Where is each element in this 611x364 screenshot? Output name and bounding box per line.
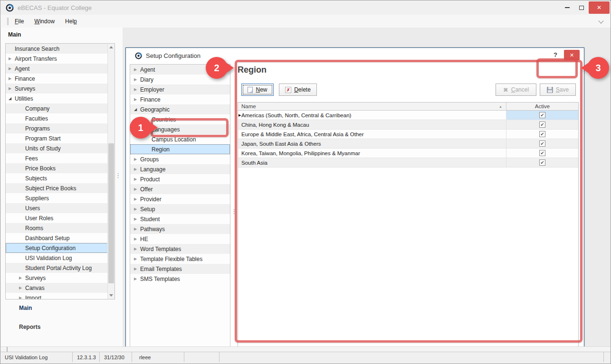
table-row[interactable]: Japan, South East Asia & Others✔ (238, 139, 578, 149)
scroll-up-icon[interactable] (109, 46, 113, 48)
tree-item-setup-configuration[interactable]: Setup Configuration (6, 243, 115, 253)
menu-help[interactable]: Help (61, 16, 81, 27)
active-checkbox[interactable]: ✔ (539, 159, 545, 166)
tree-expand-icon[interactable]: ▶ (134, 187, 140, 191)
cell-name[interactable]: China, Hong Kong & Macau (238, 120, 506, 129)
tree-item-programs[interactable]: Programs (6, 123, 115, 133)
cell-name[interactable]: South Asia (238, 158, 506, 167)
cell-active[interactable]: ✔ (506, 130, 578, 139)
cell-active[interactable]: ✔ (506, 158, 578, 167)
tree-item-pathways[interactable]: ▶Pathways (130, 224, 230, 234)
tree-item-price-books[interactable]: Price Books (6, 163, 115, 173)
tree-item-sms-templates[interactable]: ▶SMS Templates (130, 274, 230, 284)
tree-item-provider[interactable]: ▶Provider (130, 194, 230, 204)
sort-ascending-icon[interactable]: ▲ (499, 105, 502, 108)
tree-expand-icon[interactable]: ▶ (19, 276, 25, 280)
tree-expand-icon[interactable]: ▶ (9, 76, 15, 81)
tree-item-setup[interactable]: ▶Setup (130, 204, 230, 214)
tree-expand-icon[interactable]: ▶ (9, 86, 15, 91)
scrollbar-thumb[interactable] (108, 143, 114, 283)
tree-item-surveys[interactable]: ▶Surveys (6, 273, 115, 283)
sidebar-scrollbar[interactable] (107, 44, 115, 299)
column-header-name[interactable]: Name ▲ (238, 103, 506, 110)
dialog-close-button[interactable]: ✕ (564, 50, 580, 60)
dialog-help-button[interactable]: ? (552, 51, 559, 58)
tree-expand-icon[interactable]: ▶ (9, 66, 15, 71)
tree-expand-icon[interactable]: ◢ (134, 107, 140, 112)
tree-expand-icon[interactable]: ▶ (134, 237, 140, 241)
cell-name[interactable]: ▶Americas (South, North, Central & Carri… (238, 111, 506, 120)
table-row[interactable]: China, Hong Kong & Macau✔ (238, 120, 578, 130)
tree-item-template-flexible-tables[interactable]: ▶Template Flexible Tables (130, 254, 230, 264)
tree-expand-icon[interactable]: ▶ (134, 227, 140, 231)
tree-item-word-templates[interactable]: ▶Word Templates (130, 244, 230, 254)
tree-item-campus-location[interactable]: Campus Location (130, 134, 230, 144)
tree-item-languages[interactable]: Languages (130, 124, 230, 134)
tree-item-language[interactable]: ▶Language (130, 164, 230, 174)
tree-expand-icon[interactable]: ▶ (134, 257, 140, 261)
tree-expand-icon[interactable]: ▶ (134, 217, 140, 221)
tree-expand-icon[interactable]: ▶ (134, 87, 140, 92)
active-checkbox[interactable]: ✔ (539, 131, 545, 137)
tree-expand-icon[interactable]: ▶ (19, 286, 25, 290)
table-row[interactable]: Europe & Middle East, Africa, Central As… (238, 130, 578, 139)
tree-expand-icon[interactable]: ▶ (134, 247, 140, 251)
tree-item-diary[interactable]: ▶Diary (130, 75, 230, 84)
tree-item-insurance-search[interactable]: Insurance Search (6, 44, 115, 54)
tree-expand-icon[interactable]: ▶ (134, 197, 140, 201)
tree-item-usi-validation-log[interactable]: USI Validation Log (6, 253, 115, 263)
tree-item-airport-transfers[interactable]: ▶Airport Transfers (6, 54, 115, 64)
tree-item-faculties[interactable]: Faculties (6, 113, 115, 123)
tree-item-units-of-study[interactable]: Units of Study (6, 143, 115, 153)
tree-item-countries[interactable]: Countries (130, 114, 230, 124)
splitter-handle[interactable]: ⋮ (115, 175, 121, 177)
active-checkbox[interactable]: ✔ (539, 150, 545, 156)
close-button[interactable]: ✕ (589, 1, 610, 14)
sidebar-footer-main[interactable]: Main (19, 305, 32, 311)
tree-item-canvas[interactable]: ▶Canvas (6, 283, 115, 293)
tree-expand-icon[interactable]: ▶ (134, 207, 140, 211)
new-button[interactable]: New (241, 84, 274, 96)
scroll-down-icon[interactable] (109, 294, 113, 297)
column-header-active[interactable]: Active (506, 103, 578, 110)
tree-item-geographic[interactable]: ◢Geographic (130, 104, 230, 114)
tree-expand-icon[interactable]: ▶ (19, 296, 25, 299)
tree-expand-icon[interactable]: ◢ (9, 96, 15, 101)
tree-expand-icon[interactable]: ▶ (134, 167, 140, 171)
tree-item-fees[interactable]: Fees (6, 153, 115, 163)
cell-active[interactable]: ✔ (506, 120, 578, 129)
active-checkbox[interactable]: ✔ (539, 140, 545, 147)
tree-item-employer[interactable]: ▶Employer (130, 84, 230, 94)
tree-item-he[interactable]: ▶HE (130, 234, 230, 244)
tree-item-user-roles[interactable]: User Roles (6, 213, 115, 223)
tree-expand-icon[interactable]: ▶ (134, 77, 140, 82)
tree-item-users[interactable]: Users (6, 203, 115, 213)
tree-item-student-portal-activity-log[interactable]: Student Portal Activity Log (6, 263, 115, 273)
table-row[interactable]: ▶Americas (South, North, Central & Carri… (238, 111, 578, 120)
cell-name[interactable]: Europe & Middle East, Africa, Central As… (238, 130, 506, 139)
menu-file[interactable]: File (10, 16, 28, 27)
delete-button[interactable]: ✗ Delete (279, 84, 317, 96)
tree-item-rooms[interactable]: Rooms (6, 223, 115, 233)
tree-expand-icon[interactable]: ▶ (134, 67, 140, 72)
tree-item-offer[interactable]: ▶Offer (130, 184, 230, 194)
cancel-button[interactable]: ✖ Cancel (496, 84, 536, 96)
tree-item-email-templates[interactable]: ▶Email Templates (130, 264, 230, 274)
tree-item-finance[interactable]: ▶Finance (6, 74, 115, 84)
toolbar-grip[interactable] (7, 18, 9, 25)
tree-item-subjects[interactable]: Subjects (6, 173, 115, 183)
tree-expand-icon[interactable]: ▶ (134, 97, 140, 102)
tree-item-program-start[interactable]: Program Start (6, 133, 115, 143)
tree-item-import[interactable]: ▶Import (6, 293, 115, 299)
maximize-button[interactable] (574, 1, 589, 14)
table-row[interactable]: South Asia✔ (238, 158, 578, 168)
tree-item-groups[interactable]: ▶Groups (130, 154, 230, 164)
save-button[interactable]: Save (540, 84, 576, 96)
menu-window[interactable]: Window (30, 16, 59, 27)
tree-item-surveys[interactable]: ▶Surveys (6, 84, 115, 93)
tree-item-subject-price-books[interactable]: Subject Price Books (6, 183, 115, 193)
tree-expand-icon[interactable]: ▶ (134, 267, 140, 271)
tree-expand-icon[interactable]: ▶ (134, 177, 140, 181)
chevron-down-icon[interactable] (598, 18, 603, 23)
tree-item-region[interactable]: Region (130, 144, 230, 154)
